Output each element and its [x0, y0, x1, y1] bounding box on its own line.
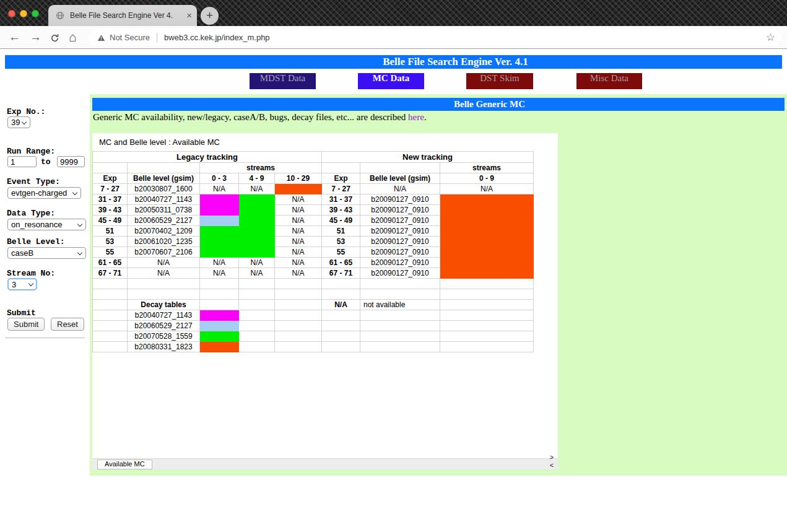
zoom-button[interactable] [32, 10, 39, 17]
mc-table-cell: Belle level (gsim) [360, 173, 440, 184]
scroll-right-button[interactable]: > [548, 453, 555, 461]
mc-table-cell [360, 342, 440, 352]
mc-table-cell: 0 - 9 [440, 173, 534, 184]
search-form-sidebar: Exp No.: 39 Run Range: to Event Type: ev… [0, 94, 90, 476]
data-type-select-wrap: on_resonance [7, 219, 86, 230]
nav-mc-data-button[interactable]: MC Data [358, 73, 424, 89]
mc-table-cell: Decay tables [128, 300, 200, 310]
data-type-select[interactable]: on_resonance [7, 219, 86, 230]
scroll-left-button[interactable]: < [548, 461, 555, 469]
sheet-scroll-buttons: > < [548, 453, 555, 469]
mc-table-cell [322, 163, 360, 173]
submit-button[interactable]: Submit [7, 318, 45, 331]
exp-no-select[interactable]: 39 [7, 116, 30, 128]
sheet-tab-available-mc[interactable]: Available MC [97, 460, 152, 469]
mc-table-cell [440, 289, 534, 300]
mc-table-cell [200, 205, 239, 216]
mc-table-cell: b20040727_1143 [128, 194, 200, 205]
mc-table-cell [360, 310, 440, 321]
mc-table-cell [93, 321, 128, 331]
description-text: Generic MC availability, new/legacy, cas… [93, 112, 408, 122]
mc-table-cell: 55 [93, 247, 128, 258]
reset-button[interactable]: Reset [51, 318, 84, 331]
mc-table-cell [200, 342, 239, 352]
event-type-select[interactable]: evtgen-charged [7, 187, 81, 199]
mc-table-cell [275, 184, 322, 194]
sidebar-divider [5, 338, 85, 338]
run-to-input[interactable] [57, 156, 85, 167]
mc-table-cell: N/A [200, 184, 239, 194]
description: Generic MC availability, new/legacy, cas… [93, 112, 427, 123]
mc-table-cell: 0 - 3 [200, 173, 239, 184]
close-button[interactable] [8, 10, 15, 17]
address-bar[interactable]: Not Secure bweb3.cc.kek.jp/index_m.php ☆ [89, 29, 781, 46]
nav-misc-data-button[interactable]: Misc Data [576, 73, 642, 89]
mc-table-cell [200, 310, 239, 321]
reload-icon[interactable] [50, 32, 60, 48]
mc-table-cell [440, 247, 534, 258]
mc-table-cell: b20070402_1209 [128, 226, 200, 237]
mc-table-cell [440, 268, 534, 279]
tab-close-icon[interactable]: × [186, 11, 192, 20]
stream-no-select[interactable]: 3 [7, 278, 37, 290]
mc-table: Legacy trackingNew trackingstreamsstream… [92, 151, 534, 352]
mc-table-cell: b20090127_0910 [360, 205, 440, 216]
forward-button[interactable]: → [30, 29, 41, 45]
mc-table-cell: b20040727_1143 [128, 310, 200, 321]
mc-table-cell [360, 321, 440, 331]
mc-table-cell [93, 300, 128, 310]
here-link[interactable]: here [408, 112, 424, 122]
mc-table-cell: N/A [275, 237, 322, 247]
mc-table-cell: N/A [200, 268, 239, 279]
nav-dst-skim-button[interactable]: DST Skim [466, 73, 533, 89]
mc-table-cell: N/A [239, 268, 275, 279]
bookmark-star-icon[interactable]: ☆ [766, 31, 775, 44]
mc-table-cell [440, 279, 534, 289]
mc-table-cell: 61 - 65 [322, 258, 360, 268]
home-button[interactable]: ⌂ [69, 29, 77, 45]
browser-tab[interactable]: Belle File Search Engine Ver 4. × [48, 5, 197, 26]
new-tab-button[interactable]: + [201, 7, 219, 25]
mc-table-cell [275, 310, 322, 321]
nav-mdst-data-button[interactable]: MDST Data [250, 73, 316, 89]
data-type-label: Data Type: [7, 209, 55, 218]
mc-table-cell: 53 [93, 237, 128, 247]
mc-table-cell: b20090127_0910 [360, 226, 440, 237]
mc-table-cell: b20090127_0910 [360, 216, 440, 226]
mc-table-cell: 53 [322, 237, 360, 247]
mc-table-cell [440, 205, 534, 216]
warning-icon[interactable] [97, 34, 105, 41]
mc-table-cell [275, 342, 322, 352]
mc-table-cell: New tracking [322, 152, 534, 163]
mc-table-cell [322, 321, 360, 331]
mc-table-cell: Exp [322, 173, 360, 184]
belle-level-select[interactable]: caseB [7, 247, 86, 259]
run-from-input[interactable] [7, 156, 37, 167]
mc-table-cell: N/A [440, 184, 534, 194]
mc-table-cell [200, 331, 239, 342]
mc-table-cell [440, 194, 534, 205]
tab-title: Belle File Search Engine Ver 4. [70, 11, 186, 20]
to-label: to [41, 157, 51, 167]
mc-table-cell: N/A [275, 268, 322, 279]
back-button[interactable]: ← [9, 29, 20, 45]
stream-no-select-wrap: 3 [7, 278, 37, 290]
mc-table-cell: not available [360, 300, 440, 310]
minimize-button[interactable] [20, 10, 27, 17]
mc-table-cell [440, 237, 534, 247]
page-title: Belle File Search Engine Ver. 4.1 [5, 55, 782, 69]
mc-table-cell [322, 289, 360, 300]
mc-table-cell: N/A [275, 258, 322, 268]
mc-table-cell: b20090127_0910 [360, 268, 440, 279]
mc-table-cell [200, 300, 239, 310]
mc-table-cell [360, 289, 440, 300]
generic-mc-header: Belle Generic MC [92, 98, 785, 111]
mc-table-cell: b20090127_0910 [360, 194, 440, 205]
mc-table-cell [93, 331, 128, 342]
mc-table-cell [275, 300, 322, 310]
mc-table-cell [200, 237, 239, 247]
mc-table-cell [239, 205, 275, 216]
mc-table-cell: 39 - 43 [93, 205, 128, 216]
sheet-tab-strip: Available MC [92, 458, 558, 469]
mc-table-cell: N/A [128, 268, 200, 279]
